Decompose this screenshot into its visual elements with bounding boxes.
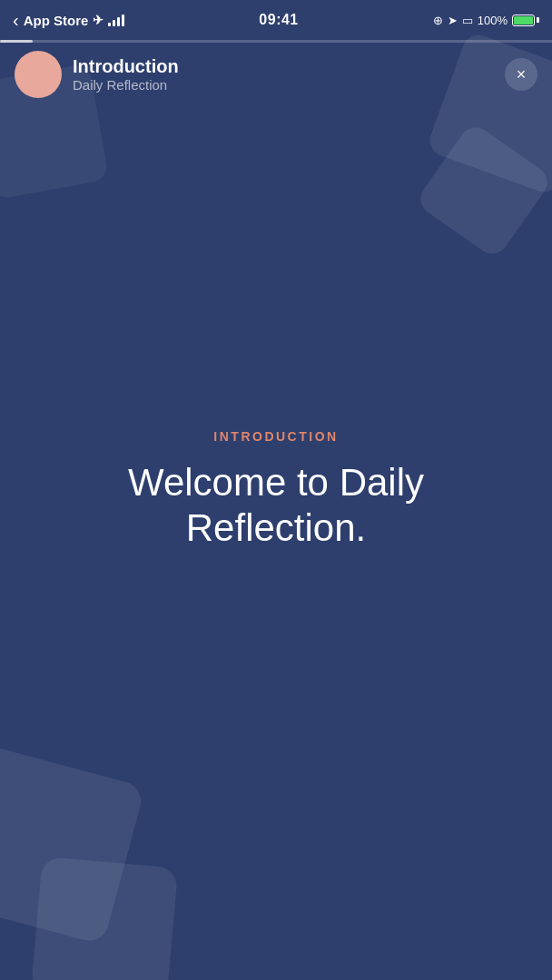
battery-icon (512, 15, 539, 26)
header-left: Introduction Daily Reflection (15, 51, 179, 98)
airplane-icon: ✈ (93, 13, 104, 27)
main-content: INTRODUCTION Welcome to Daily Reflection… (0, 0, 552, 980)
screen-mirror-icon: ▭ (462, 14, 473, 27)
avatar (15, 51, 62, 98)
status-bar: ‹ App Store ✈ 09:41 ⊕ ➤ ▭ 100% (0, 0, 552, 40)
header-title: Introduction (73, 56, 179, 77)
carrier-label: App Store (24, 13, 89, 28)
status-time: 09:41 (259, 12, 298, 28)
intro-label: INTRODUCTION (213, 429, 338, 444)
battery-percent: 100% (478, 14, 508, 27)
welcome-title: Welcome to Daily Reflection. (36, 460, 516, 552)
signal-bars-icon (108, 14, 124, 26)
location-icon: ⊕ (433, 14, 443, 27)
close-button[interactable]: × (505, 58, 537, 91)
header-subtitle: Daily Reflection (73, 77, 179, 93)
header: Introduction Daily Reflection × (0, 43, 552, 106)
back-chevron-icon: ‹ (13, 10, 19, 31)
status-right: ⊕ ➤ ▭ 100% (433, 14, 539, 27)
gps-arrow-icon: ➤ (448, 14, 458, 27)
status-left: ‹ App Store ✈ (13, 10, 124, 31)
header-text: Introduction Daily Reflection (73, 56, 179, 93)
